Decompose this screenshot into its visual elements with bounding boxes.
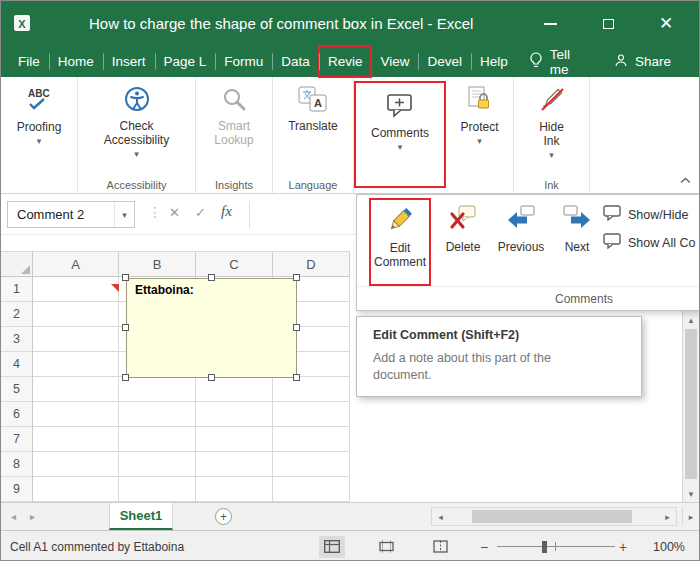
close-icon: ✕ [659, 15, 673, 32]
horizontal-scrollbar-thumb[interactable] [472, 510, 632, 523]
sheet-nav-right-icon[interactable]: ▸ [30, 511, 35, 522]
previous-comment-menu-item[interactable]: Previous [491, 205, 551, 254]
scroll-up-icon[interactable]: ▴ [683, 311, 699, 328]
next-comment-menu-item[interactable]: Next [553, 205, 601, 254]
ribbon-group-insights: Smart Lookup Insights [196, 77, 273, 193]
tab-view[interactable]: View [371, 46, 418, 77]
close-button[interactable]: ✕ [637, 1, 695, 46]
spelling-abc-icon: ABC [24, 86, 54, 117]
column-header-d[interactable]: D [273, 252, 350, 276]
zoom-in-button[interactable]: + [619, 531, 627, 561]
next-label: Next [565, 240, 590, 254]
tooltip-title: Edit Comment (Shift+F2) [373, 328, 625, 342]
edit-comment-tooltip: Edit Comment (Shift+F2) Add a note about… [356, 316, 642, 397]
comment-box[interactable]: Ettaboina: [126, 278, 297, 378]
scroll-right-corner-icon[interactable]: ▸ [682, 507, 699, 526]
smart-lookup-button[interactable]: Smart Lookup [210, 77, 258, 193]
zoom-out-button[interactable]: − [480, 531, 488, 561]
sheet-tab-sheet1[interactable]: Sheet1 [109, 503, 173, 530]
row-header-3[interactable]: 3 [1, 327, 32, 352]
sheet-tab-bar: ◂ ▸ Sheet1 + ◂ ▸ ▸ [1, 502, 699, 530]
page-break-view-button[interactable] [427, 536, 453, 558]
comment-resize-handle[interactable] [293, 374, 300, 381]
comment-author-text: Ettaboina: [135, 283, 194, 297]
select-all-corner[interactable] [1, 251, 33, 277]
row-header-1[interactable]: 1 [1, 277, 32, 302]
column-headers: A B C D [33, 251, 350, 277]
show-hide-comment-menu-item[interactable]: Show/Hide [603, 205, 688, 224]
show-all-comments-menu-item[interactable]: Show All Co [603, 233, 695, 252]
delete-comment-menu-item[interactable]: Delete [437, 205, 489, 254]
tab-insert[interactable]: Insert [103, 46, 155, 77]
vertical-scrollbar-thumb[interactable] [685, 329, 697, 479]
zoom-level[interactable]: 100% [653, 531, 685, 561]
tab-help[interactable]: Help [471, 46, 517, 77]
tab-home[interactable]: Home [49, 46, 103, 77]
row-header-2[interactable]: 2 [1, 302, 32, 327]
enter-icon[interactable]: ✓ [195, 205, 206, 220]
row-header-5[interactable]: 5 [1, 377, 32, 402]
name-box[interactable]: Comment 2 ▾ [7, 201, 135, 228]
comments-group-label: Comments [555, 292, 613, 306]
translate-button[interactable]: A Translate [288, 77, 338, 193]
row-headers: 1 2 3 4 5 6 7 8 9 [1, 277, 33, 502]
tab-developer[interactable]: Devel [418, 46, 471, 77]
tab-formulas[interactable]: Formu [215, 46, 272, 77]
insert-function-icon[interactable]: fx [221, 203, 232, 220]
comment-resize-handle[interactable] [208, 374, 215, 381]
scroll-down-icon[interactable]: ▾ [683, 485, 699, 502]
hide-ink-button[interactable]: Hide Ink ▾ [535, 77, 569, 193]
minimize-button[interactable] [521, 1, 579, 46]
tab-page-layout[interactable]: Page L [155, 46, 216, 77]
name-box-value: Comment 2 [17, 207, 84, 222]
tab-file[interactable]: File [9, 46, 49, 77]
protect-button[interactable]: Protect ▾ [460, 77, 498, 193]
normal-view-button[interactable] [319, 536, 345, 558]
comment-resize-handle[interactable] [122, 274, 129, 281]
row-header-6[interactable]: 6 [1, 402, 32, 427]
share-button[interactable]: Share [602, 46, 683, 77]
maximize-button[interactable] [579, 1, 637, 46]
comment-resize-handle[interactable] [208, 274, 215, 281]
sheet-nav-left-icon[interactable]: ◂ [11, 511, 16, 522]
row-header-8[interactable]: 8 [1, 452, 32, 477]
cancel-icon[interactable]: ✕ [169, 205, 180, 220]
svg-text:ABC: ABC [28, 88, 50, 99]
comment-resize-handle[interactable] [293, 274, 300, 281]
comment-indicator-icon [111, 278, 119, 296]
comment-resize-handle[interactable] [122, 324, 129, 331]
edit-comment-menu-item[interactable]: Edit Comment [369, 198, 431, 286]
row-header-9[interactable]: 9 [1, 477, 32, 502]
translate-label: Translate [288, 119, 338, 133]
add-sheet-button[interactable]: + [215, 508, 232, 525]
vertical-scrollbar[interactable]: ▴ ▾ [682, 311, 699, 502]
check-accessibility-button[interactable]: Check Accessibility ▾ [96, 77, 178, 193]
scroll-right-icon[interactable]: ▸ [659, 508, 676, 525]
zoom-slider-track[interactable] [497, 546, 615, 547]
speech-bubble-icon [603, 233, 622, 252]
tab-review[interactable]: Revie [319, 46, 372, 77]
comment-bubble-plus-icon [385, 92, 415, 123]
tab-data[interactable]: Data [272, 46, 319, 77]
edit-comment-label: Edit Comment [372, 241, 428, 269]
collapse-ribbon-button[interactable] [680, 170, 691, 188]
window-controls: ✕ [521, 1, 695, 46]
titlebar: X How to charge the shape of comment box… [1, 1, 699, 46]
chevron-down-icon[interactable]: ▾ [114, 202, 134, 227]
column-header-c[interactable]: C [196, 252, 273, 276]
comment-resize-handle[interactable] [293, 324, 300, 331]
chevron-down-icon: ▾ [37, 137, 42, 146]
column-header-b[interactable]: B [119, 252, 196, 276]
comment-resize-handle[interactable] [122, 374, 129, 381]
scroll-left-icon[interactable]: ◂ [432, 508, 449, 525]
horizontal-scrollbar[interactable]: ◂ ▸ [431, 507, 677, 526]
delete-label: Delete [446, 240, 481, 254]
zoom-slider-thumb[interactable] [542, 541, 547, 553]
comments-dropdown-button[interactable]: Comments ▾ [371, 83, 429, 186]
row-header-7[interactable]: 7 [1, 427, 32, 452]
row-header-4[interactable]: 4 [1, 352, 32, 377]
column-header-a[interactable]: A [33, 252, 119, 276]
page-layout-view-button[interactable] [373, 536, 399, 558]
proofing-button[interactable]: ABC Proofing ▾ [17, 77, 62, 193]
tell-me-button[interactable]: Tell me [517, 46, 602, 77]
